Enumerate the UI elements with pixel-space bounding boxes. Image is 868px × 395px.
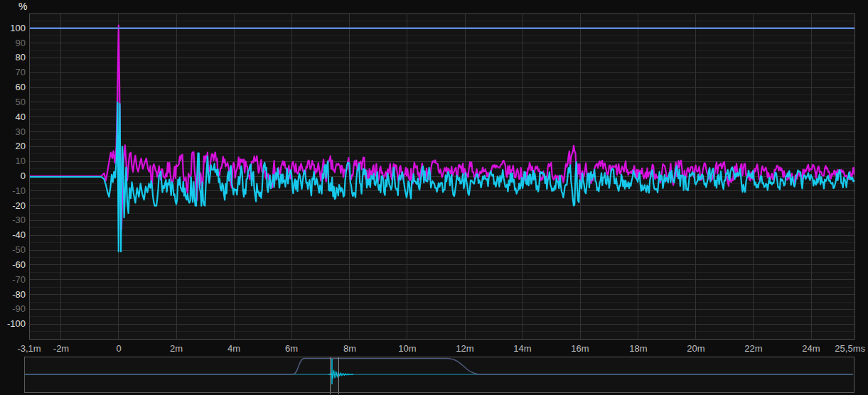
impulse-response-graph-panel: % 1009080706050403020100-10-20-30-40-50-… — [0, 0, 868, 395]
nav-selection-region[interactable] — [331, 357, 339, 392]
chart-canvas — [0, 0, 868, 395]
